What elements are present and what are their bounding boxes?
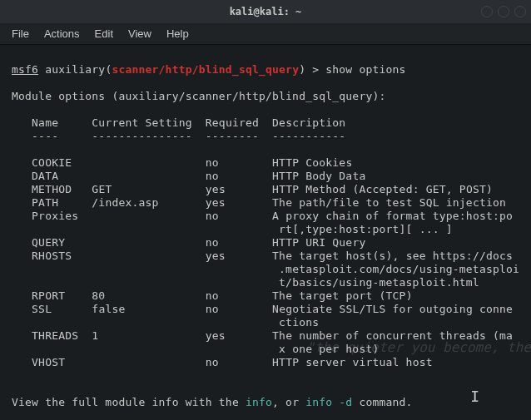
- footer-info: info: [246, 396, 272, 408]
- window-title: kali@kali: ~: [230, 6, 302, 17]
- ul-required: --------: [206, 130, 259, 142]
- row-rhosts-name: RHOSTS: [32, 250, 72, 262]
- terminal-output[interactable]: msf6 auxiliary(scanner/http/blind_sql_qu…: [0, 45, 531, 420]
- ul-current: ---------------: [92, 130, 191, 142]
- ul-description: -----------: [272, 130, 345, 142]
- row-threads-cur: 1: [92, 329, 98, 342]
- ul-name: ----: [32, 130, 58, 142]
- menu-file[interactable]: File: [12, 27, 29, 40]
- prompt-aux-close: ) >: [299, 63, 325, 76]
- row-vhost-req: no: [206, 356, 219, 368]
- row-rport-cur: 80: [92, 289, 105, 302]
- window-controls: [481, 6, 526, 17]
- footer-pre: View the full module info with the: [12, 396, 246, 408]
- col-name: Name: [32, 116, 58, 129]
- row-proxies-req: no: [206, 210, 219, 222]
- col-required: Required: [206, 116, 259, 129]
- row-query-name: QUERY: [32, 236, 65, 249]
- row-cookie-desc: HTTP Cookies: [272, 156, 352, 169]
- row-method-cur: GET: [92, 183, 112, 195]
- row-rport-req: no: [206, 289, 219, 302]
- row-rport-desc: The target port (TCP): [272, 289, 413, 302]
- prompt-aux-open: auxiliary(: [38, 63, 112, 76]
- row-rhosts-desc2: .metasploit.com/docs/using-metasploi: [279, 263, 519, 275]
- menu-actions[interactable]: Actions: [44, 27, 80, 40]
- footer-info2: info -d: [305, 396, 352, 408]
- row-vhost-desc: HTTP server virtual host: [272, 356, 433, 368]
- row-cookie-name: COOKIE: [32, 156, 72, 169]
- footer-post: command.: [352, 396, 412, 408]
- row-path-req: yes: [206, 196, 226, 209]
- close-icon[interactable]: [514, 6, 526, 17]
- prompt-cmd: show options: [325, 63, 405, 76]
- maximize-icon[interactable]: [498, 6, 509, 17]
- row-data-desc: HTTP Body Data: [272, 170, 365, 182]
- row-path-name: PATH: [32, 196, 58, 209]
- row-vhost-name: VHOST: [32, 356, 65, 368]
- module-header: Module options (auxiliary/scanner/http/b…: [12, 90, 386, 102]
- row-proxies-desc2: rt[,type:host:port][ ... ]: [279, 223, 453, 235]
- row-threads-desc1: The number of concurrent threads (ma: [272, 329, 513, 342]
- row-threads-desc2: x one per host): [279, 343, 379, 355]
- row-rport-name: RPORT: [32, 289, 65, 302]
- row-method-req: yes: [206, 183, 226, 195]
- row-ssl-desc1: Negotiate SSL/TLS for outgoing conne: [272, 303, 513, 315]
- menu-edit[interactable]: Edit: [95, 27, 113, 40]
- col-current: Current Setting: [92, 116, 191, 129]
- menu-view[interactable]: View: [128, 27, 151, 40]
- row-cookie-req: no: [206, 156, 219, 169]
- row-ssl-req: no: [206, 303, 219, 315]
- minimize-icon[interactable]: [481, 6, 493, 17]
- footer-mid: , or: [272, 396, 305, 408]
- row-ssl-cur: false: [92, 303, 125, 315]
- menu-help[interactable]: Help: [166, 27, 189, 40]
- row-threads-req: yes: [206, 329, 226, 342]
- row-rhosts-desc3: t/basics/using-metasploit.html: [279, 276, 479, 289]
- row-rhosts-req: yes: [206, 250, 226, 262]
- row-data-name: DATA: [32, 170, 58, 182]
- row-rhosts-desc1: The target host(s), see https://docs: [272, 250, 513, 262]
- row-data-req: no: [206, 170, 219, 182]
- row-path-cur: /index.asp: [92, 196, 158, 209]
- row-method-name: METHOD: [32, 183, 72, 195]
- prompt-module: scanner/http/blind_sql_query: [112, 63, 299, 76]
- row-query-req: no: [206, 236, 219, 249]
- menubar: File Actions Edit View Help: [0, 23, 531, 45]
- titlebar: kali@kali: ~: [0, 0, 531, 23]
- prompt-msf: msf6: [12, 63, 38, 76]
- row-proxies-name: Proxies: [32, 210, 78, 222]
- row-threads-name: THREADS: [32, 329, 78, 342]
- row-path-desc: The path/file to test SQL injection: [272, 196, 506, 209]
- row-ssl-desc2: ctions: [279, 316, 319, 329]
- row-method-desc: HTTP Method (Accepted: GET, POST): [272, 183, 493, 195]
- col-description: Description: [272, 116, 345, 129]
- row-query-desc: HTTP URI Query: [272, 236, 365, 249]
- row-ssl-name: SSL: [32, 303, 52, 315]
- row-proxies-desc1: A proxy chain of format type:host:po: [272, 210, 513, 222]
